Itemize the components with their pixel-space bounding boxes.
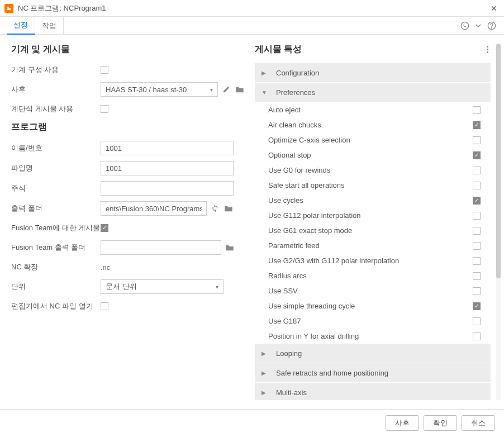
pref-row: Use G0 for rewinds	[255, 163, 491, 178]
pref-checkbox[interactable]	[473, 227, 481, 235]
right-panel: 게시물 특성 ▶ Configuration ▼ Preferences Aut…	[246, 35, 504, 409]
pref-checkbox[interactable]	[473, 106, 481, 114]
cascading-post-label: 계단식 게시물 사용	[11, 104, 101, 114]
team-output-folder-label: Fusion Team 출력 폴더	[11, 243, 101, 253]
accordion-preferences[interactable]: ▼ Preferences	[255, 83, 491, 102]
post-select[interactable]: HAAS ST-30 / haas st-30 ▾	[101, 82, 218, 97]
pref-label: Position in Y for axial drilling	[268, 332, 473, 340]
nc-extension-value: .nc	[101, 263, 110, 272]
footer: 사후 확인 취소	[0, 409, 504, 436]
scrollbar-thumb[interactable]	[496, 44, 501, 278]
scrollbar[interactable]	[496, 44, 501, 400]
edit-icon[interactable]	[221, 84, 231, 94]
more-icon[interactable]	[484, 44, 491, 55]
pref-label: Air clean chucks	[268, 121, 473, 129]
pref-checkbox[interactable]	[473, 182, 481, 189]
app-icon	[4, 4, 13, 13]
close-button[interactable]: ✕	[488, 4, 500, 13]
pref-checkbox[interactable]	[473, 272, 481, 280]
pref-checkbox[interactable]	[473, 242, 481, 250]
pref-row: Use cycles	[255, 193, 491, 208]
svg-point-1	[461, 22, 468, 29]
file-name-input[interactable]	[101, 161, 234, 175]
pref-checkbox[interactable]	[473, 332, 481, 340]
post-properties-header: 게시물 특성	[255, 44, 491, 55]
comment-input[interactable]	[101, 181, 234, 196]
pref-row: Auto eject	[255, 102, 491, 117]
pref-checkbox[interactable]	[473, 136, 481, 144]
pref-checkbox[interactable]	[473, 317, 481, 325]
folder-icon[interactable]	[225, 243, 235, 253]
pref-row: Optimize C-axis selection	[255, 132, 491, 148]
window-title: NC 프로그램: NCProgram1	[18, 3, 488, 13]
pref-row: Air clean chucks	[255, 117, 491, 132]
chevron-down-icon[interactable]	[475, 20, 482, 31]
ok-button[interactable]: 확인	[424, 415, 457, 431]
pref-checkbox[interactable]	[473, 167, 481, 174]
open-in-editor-checkbox[interactable]	[101, 302, 108, 310]
titlebar: NC 프로그램: NCProgram1 ✕	[0, 0, 504, 17]
pref-label: Use G187	[268, 317, 473, 325]
post-button[interactable]: 사후	[386, 415, 419, 431]
pref-label: Safe start all operations	[268, 181, 473, 189]
chevron-right-icon: ▶	[261, 370, 270, 376]
pref-checkbox[interactable]	[473, 212, 481, 220]
pref-checkbox[interactable]	[473, 151, 481, 159]
pref-row: Use G187	[255, 314, 491, 329]
section-program-header: 프로그램	[11, 121, 235, 133]
pref-checkbox[interactable]	[473, 197, 481, 205]
cancel-button[interactable]: 취소	[462, 415, 495, 431]
pref-label: Use G2/G3 with G112 polar interpolation	[268, 256, 473, 265]
output-folder-label: 출력 폴더	[11, 203, 101, 213]
pref-label: Parametric feed	[268, 241, 473, 250]
pref-label: Optimize C-axis selection	[268, 136, 473, 144]
cascading-post-checkbox[interactable]	[101, 105, 108, 113]
folder-icon[interactable]	[235, 84, 245, 94]
pref-label: Use SSV	[268, 287, 473, 295]
pref-label: Use G112 polar interpolation	[268, 211, 473, 220]
phone-icon[interactable]	[459, 20, 470, 31]
name-number-input[interactable]	[101, 141, 234, 155]
pref-row: Use G2/G3 with G112 polar interpolation	[255, 253, 491, 268]
post-to-team-label: Fusion Team에 대한 게시물	[11, 223, 101, 233]
folder-icon[interactable]	[224, 203, 234, 213]
tab-settings[interactable]: 설정	[7, 17, 35, 35]
accordion-multi-axis[interactable]: ▶ Multi-axis	[255, 383, 491, 400]
tab-operations[interactable]: 작업	[35, 17, 64, 34]
pref-row: Radius arcs	[255, 268, 491, 283]
section-machine-header: 기계 및 게시물	[11, 44, 235, 55]
chevron-down-icon: ▾	[216, 284, 218, 290]
use-machine-config-checkbox[interactable]	[101, 66, 108, 74]
team-output-folder-input[interactable]	[101, 240, 221, 255]
accordion-safe-retracts[interactable]: ▶ Safe retracts and home positioning	[255, 363, 491, 382]
pref-label: Use simple threading cycle	[268, 302, 473, 310]
svg-point-3	[491, 27, 492, 28]
unit-select[interactable]: 문서 단위 ▾	[101, 279, 224, 294]
accordion-looping[interactable]: ▶ Looping	[255, 344, 491, 363]
pref-row: Use simple threading cycle	[255, 298, 491, 314]
help-icon[interactable]	[486, 20, 497, 31]
pref-checkbox[interactable]	[473, 121, 481, 129]
post-label: 사후	[11, 84, 101, 94]
pref-label: Use G0 for rewinds	[268, 166, 473, 174]
chevron-down-icon: ▾	[210, 87, 213, 93]
pref-checkbox[interactable]	[473, 302, 481, 310]
pref-checkbox[interactable]	[473, 287, 481, 295]
chevron-right-icon: ▶	[261, 350, 270, 357]
post-to-team-checkbox[interactable]	[101, 224, 108, 232]
accordion-configuration[interactable]: ▶ Configuration	[255, 63, 491, 82]
refresh-icon[interactable]	[210, 203, 220, 213]
pref-label: Radius arcs	[268, 272, 473, 280]
name-number-label: 이름/번호	[11, 143, 101, 153]
chevron-down-icon: ▼	[261, 89, 270, 96]
pref-checkbox[interactable]	[473, 257, 481, 265]
pref-row: Use G61 exact stop mode	[255, 223, 491, 238]
pref-row: Use SSV	[255, 283, 491, 298]
toolbar: 설정 작업	[0, 17, 504, 35]
chevron-right-icon: ▶	[261, 390, 270, 396]
pref-row: Use G112 polar interpolation	[255, 208, 491, 223]
chevron-right-icon: ▶	[261, 70, 270, 76]
file-name-label: 파일명	[11, 163, 101, 173]
pref-label: Use G61 exact stop mode	[268, 226, 473, 235]
output-folder-input[interactable]	[101, 201, 207, 216]
